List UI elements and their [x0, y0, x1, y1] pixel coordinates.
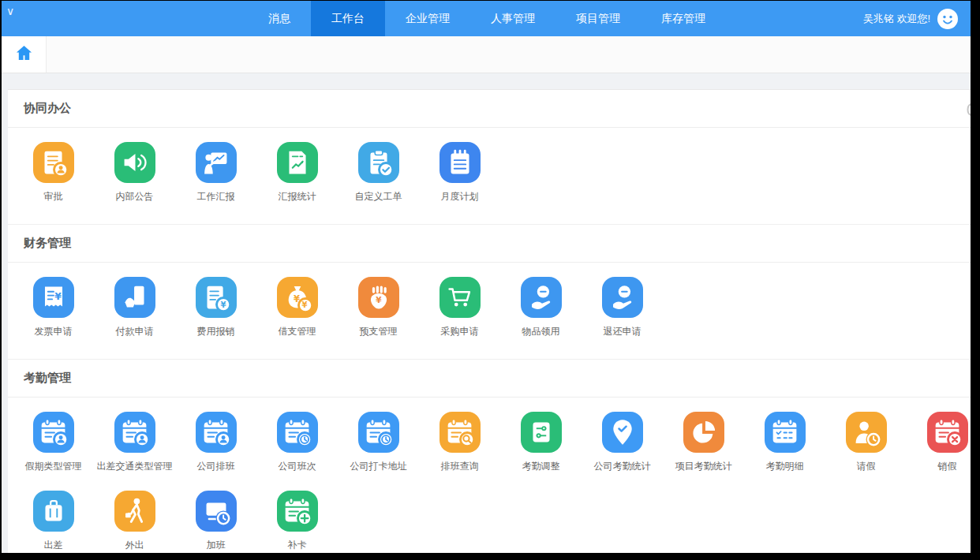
calendar-search-icon — [440, 412, 481, 453]
person-clock-icon — [846, 412, 887, 453]
tab-bar — [2, 36, 971, 73]
app-item[interactable]: 退还申请 — [582, 277, 663, 338]
app-label: 请假 — [857, 460, 876, 473]
app-item[interactable]: 内部公告 — [94, 142, 175, 203]
smiley-avatar[interactable] — [937, 9, 958, 29]
app-label: 公司班次 — [279, 460, 316, 473]
app-item[interactable]: 审批 — [13, 142, 94, 203]
app-item[interactable]: 排班查询 — [419, 412, 500, 473]
app-label: 采购申请 — [441, 325, 479, 338]
notepad-icon — [440, 142, 481, 183]
doc-user-icon — [33, 142, 74, 183]
app-label: 审批 — [44, 190, 63, 203]
hand-money-icon: ¥ — [358, 277, 399, 318]
app-label: 汇报统计 — [279, 190, 316, 203]
app-label: 公司打卡地址 — [350, 460, 407, 473]
sliders-icon — [521, 412, 562, 453]
workbench-panel: 协同办公 审批 内部公告 工作汇报 汇报统计 自定义工单 月度计划 财务管理 ¥… — [8, 89, 971, 553]
app-item[interactable]: 工作汇报 — [175, 142, 256, 203]
app-label: 费用报销 — [197, 325, 235, 338]
hand-card-icon — [114, 277, 155, 318]
app-item[interactable]: 出差 — [13, 491, 94, 552]
nav-tab-4[interactable]: 人事管理 — [470, 1, 555, 36]
app-item[interactable]: 外出 — [94, 491, 175, 552]
megaphone-icon — [114, 142, 155, 183]
app-label: 物品领用 — [522, 325, 560, 338]
nav-tab-3[interactable]: 企业管理 — [385, 1, 470, 36]
app-item[interactable]: ¥ 预支管理 — [338, 277, 419, 338]
invoice-yen-icon: ¥ — [33, 277, 74, 318]
app-item[interactable]: 考勤调整 — [500, 412, 582, 473]
cart-icon — [440, 277, 481, 318]
calendar-user-icon — [196, 412, 237, 453]
calendar-user-icon — [33, 412, 74, 453]
nav-tab-2[interactable]: 工作台 — [311, 1, 385, 36]
nav-tab-5[interactable]: 项目管理 — [555, 1, 641, 36]
pin-check-icon — [602, 412, 643, 453]
monitor-clock-icon — [196, 491, 237, 532]
user-greeting: 吴兆铭 欢迎您! — [863, 12, 930, 26]
app-label: 公司考勤统计 — [594, 460, 651, 473]
app-label: 考勤调整 — [522, 460, 560, 473]
section-title: 考勤管理 — [24, 371, 71, 386]
nav-menu: 消息工作台企业管理人事管理项目管理库存管理 — [248, 1, 726, 36]
chevron-down-icon[interactable]: ∨ — [6, 5, 14, 17]
section-header: 财务管理 — [8, 225, 971, 263]
app-label: 内部公告 — [116, 190, 154, 203]
app-item[interactable]: 加班 — [175, 491, 256, 552]
section-header: 协同办公 — [8, 90, 971, 128]
home-tab[interactable] — [2, 36, 47, 73]
app-item[interactable]: 汇报统计 — [256, 142, 338, 203]
app-label: 退还申请 — [604, 325, 641, 338]
app-label: 出差交通类型管理 — [97, 460, 173, 473]
section-title: 协同办公 — [24, 101, 71, 116]
top-navbar: ∨ 消息工作台企业管理人事管理项目管理库存管理 吴兆铭 欢迎您! — [2, 1, 971, 36]
app-item[interactable]: 请假 — [825, 412, 907, 473]
section-title: 财务管理 — [24, 236, 71, 251]
app-label: 外出 — [125, 539, 144, 552]
app-label: 项目考勤统计 — [675, 460, 732, 473]
user-area[interactable]: 吴兆铭 欢迎您! — [863, 1, 958, 36]
app-item[interactable]: 销假 — [907, 412, 971, 473]
app-item[interactable]: 公司打卡地址 — [338, 412, 419, 473]
walking-person-icon — [114, 491, 155, 532]
app-item[interactable]: 月度计划 — [419, 142, 500, 203]
doc-chart-icon — [277, 142, 318, 183]
app-item[interactable]: 考勤明细 — [744, 412, 825, 473]
app-grid: 假期类型管理 出差交通类型管理 公司排班 公司班次 公司打卡地址 排班查询 考勤… — [8, 398, 971, 553]
app-item[interactable]: 公司排班 — [175, 412, 256, 473]
nav-tab-6[interactable]: 库存管理 — [641, 1, 726, 36]
nav-tab-1[interactable]: 消息 — [248, 1, 311, 36]
calendar-list-icon — [765, 412, 806, 453]
app-label: 付款申请 — [116, 325, 154, 338]
app-label: 预支管理 — [360, 325, 398, 338]
hand-coin-icon — [521, 277, 562, 318]
app-section: 财务管理 ¥ 发票申请 付款申请 ¥ 费用报销 ¥¥ 借支管理 ¥ 预支管理 采… — [8, 224, 971, 359]
app-item[interactable]: ¥ 发票申请 — [13, 277, 94, 338]
app-label: 考勤明细 — [766, 460, 804, 473]
app-grid: ¥ 发票申请 付款申请 ¥ 费用报销 ¥¥ 借支管理 ¥ 预支管理 采购申请 物… — [8, 263, 971, 359]
app-item[interactable]: ¥¥ 借支管理 — [256, 277, 338, 338]
clipped-edit-icon[interactable] — [963, 103, 971, 120]
app-item[interactable]: 公司考勤统计 — [582, 412, 663, 473]
app-label: 出差 — [44, 539, 63, 552]
app-label: 补卡 — [288, 539, 307, 552]
app-item[interactable]: 项目考勤统计 — [663, 412, 744, 473]
section-header: 考勤管理 — [8, 360, 971, 398]
app-item[interactable]: 付款申请 — [94, 277, 175, 338]
app-item[interactable]: 补卡 — [256, 491, 338, 552]
app-label: 发票申请 — [35, 325, 73, 338]
presentation-icon — [196, 142, 237, 183]
app-item[interactable]: 假期类型管理 — [13, 412, 94, 473]
app-label: 公司排班 — [197, 460, 235, 473]
app-label: 销假 — [938, 460, 957, 473]
app-item[interactable]: 公司班次 — [256, 412, 338, 473]
app-label: 排班查询 — [441, 460, 479, 473]
app-label: 工作汇报 — [197, 190, 235, 203]
app-item[interactable]: ¥ 费用报销 — [175, 277, 256, 338]
app-item[interactable]: 出差交通类型管理 — [94, 412, 175, 473]
app-item[interactable]: 采购申请 — [419, 277, 500, 338]
app-item[interactable]: 物品领用 — [500, 277, 582, 338]
app-item[interactable]: 自定义工单 — [338, 142, 419, 203]
app-label: 借支管理 — [279, 325, 316, 338]
